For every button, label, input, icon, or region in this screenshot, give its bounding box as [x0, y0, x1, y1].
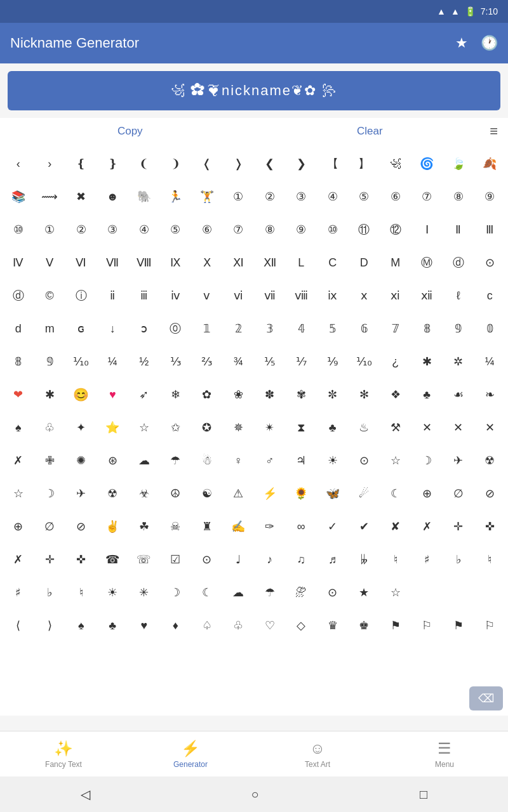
symbol-cell[interactable]: ❩: [160, 147, 192, 180]
symbol-cell[interactable]: ❴: [65, 147, 97, 180]
symbol-cell[interactable]: ♣: [411, 378, 443, 411]
symbol-cell[interactable]: ɢ: [65, 312, 97, 345]
symbol-cell[interactable]: ☂: [160, 444, 192, 477]
symbol-cell[interactable]: Ⅻ: [254, 246, 286, 279]
symbol-cell[interactable]: ③: [286, 180, 318, 213]
symbol-cell[interactable]: ④: [317, 180, 349, 213]
symbol-cell[interactable]: 𝟠: [411, 312, 443, 345]
symbol-cell[interactable]: ⓓ: [443, 246, 474, 279]
symbol-cell[interactable]: ✾: [286, 378, 318, 411]
symbol-cell[interactable]: ❖: [380, 378, 411, 411]
symbol-cell[interactable]: ¿: [380, 345, 411, 378]
symbol-cell[interactable]: ⊙: [191, 543, 223, 576]
symbol-cell[interactable]: 🍃: [443, 147, 474, 180]
symbol-cell[interactable]: ♫: [286, 543, 318, 576]
symbol-cell[interactable]: ⟿: [34, 180, 66, 213]
symbol-cell[interactable]: ©: [34, 279, 66, 312]
symbol-cell[interactable]: 🏃: [160, 180, 192, 213]
symbol-cell[interactable]: 𝟡: [443, 312, 474, 345]
symbol-cell[interactable]: ✌: [97, 510, 129, 543]
symbol-cell[interactable]: ✖: [65, 180, 97, 213]
symbol-cell[interactable]: ⊛: [97, 444, 129, 477]
symbol-cell[interactable]: ✱: [411, 345, 443, 378]
symbol-cell[interactable]: ⓪: [160, 312, 192, 345]
symbol-cell[interactable]: ✍: [223, 510, 255, 543]
symbol-cell[interactable]: ⚑: [443, 609, 474, 642]
symbol-cell[interactable]: ✕: [474, 411, 506, 444]
symbol-cell[interactable]: ⑦: [223, 213, 255, 246]
symbol-cell[interactable]: ꧁: [380, 147, 411, 180]
symbol-cell[interactable]: ☘: [128, 510, 160, 543]
symbol-cell[interactable]: ✔: [349, 510, 380, 543]
symbol-cell[interactable]: ✱: [34, 378, 66, 411]
symbol-cell[interactable]: ☂: [254, 576, 286, 609]
symbol-cell[interactable]: ⑤: [160, 213, 192, 246]
symbol-cell[interactable]: ☆: [128, 411, 160, 444]
symbol-cell[interactable]: ☎: [97, 543, 129, 576]
symbol-cell[interactable]: ☁: [128, 444, 160, 477]
symbol-cell[interactable]: 📚: [3, 180, 34, 213]
symbol-cell[interactable]: ⊙: [317, 576, 349, 609]
symbol-cell[interactable]: ⅺ: [380, 279, 411, 312]
symbol-cell[interactable]: ◇: [286, 609, 318, 642]
symbol-cell[interactable]: 𝟞: [349, 312, 380, 345]
symbol-cell[interactable]: Ⅷ: [128, 246, 160, 279]
symbol-cell[interactable]: ⑪: [349, 213, 380, 246]
symbol-cell[interactable]: ☏: [128, 543, 160, 576]
symbol-cell[interactable]: ♭: [34, 576, 66, 609]
symbol-cell[interactable]: ④: [128, 213, 160, 246]
symbol-cell[interactable]: ✪: [191, 411, 223, 444]
symbol-cell[interactable]: ❬: [191, 147, 223, 180]
symbol-cell[interactable]: D: [349, 246, 380, 279]
symbol-cell[interactable]: ✓: [317, 510, 349, 543]
symbol-cell[interactable]: ❭: [223, 147, 255, 180]
symbol-cell[interactable]: ⑨: [286, 213, 318, 246]
symbol-cell[interactable]: ∞: [286, 510, 318, 543]
symbol-cell[interactable]: Ⅶ: [97, 246, 129, 279]
symbol-cell[interactable]: ⊙: [474, 246, 506, 279]
symbol-cell[interactable]: ✩: [160, 411, 192, 444]
symbol-cell[interactable]: ♦: [160, 609, 192, 642]
symbol-cell[interactable]: ②: [65, 213, 97, 246]
symbol-cell[interactable]: ⅱ: [97, 279, 129, 312]
symbol-cell[interactable]: Ⅵ: [65, 246, 97, 279]
symbol-cell[interactable]: L: [286, 246, 318, 279]
symbol-cell[interactable]: ⚐: [474, 609, 506, 642]
symbol-cell[interactable]: ①: [34, 213, 66, 246]
symbol-cell[interactable]: ♭: [443, 543, 474, 576]
symbol-cell[interactable]: M: [380, 246, 411, 279]
symbol-cell[interactable]: 𝟟: [380, 312, 411, 345]
symbol-cell[interactable]: ☾: [191, 576, 223, 609]
symbol-cell[interactable]: ☑: [160, 543, 192, 576]
symbol-cell[interactable]: 𝟘: [474, 312, 506, 345]
symbol-cell[interactable]: ⚡: [254, 477, 286, 510]
symbol-cell[interactable]: ⑧: [254, 213, 286, 246]
symbol-cell[interactable]: ♡: [254, 609, 286, 642]
symbol-cell[interactable]: c: [474, 279, 506, 312]
symbol-cell[interactable]: ½: [128, 345, 160, 378]
symbol-cell[interactable]: ♂: [254, 444, 286, 477]
symbol-cell[interactable]: ✦: [65, 411, 97, 444]
symbol-cell[interactable]: ☢: [97, 477, 129, 510]
symbol-cell[interactable]: ♛: [317, 609, 349, 642]
symbol-cell[interactable]: ♯: [411, 543, 443, 576]
symbol-cell[interactable]: ⟩: [34, 609, 66, 642]
symbol-cell[interactable]: ⚠: [223, 477, 255, 510]
symbol-cell[interactable]: Ⅲ: [474, 213, 506, 246]
symbol-cell[interactable]: ♠: [65, 609, 97, 642]
symbol-cell[interactable]: ⑫: [380, 213, 411, 246]
symbol-cell[interactable]: ⅶ: [254, 279, 286, 312]
symbol-cell[interactable]: ♜: [191, 510, 223, 543]
symbol-cell[interactable]: ❧: [474, 378, 506, 411]
symbol-cell[interactable]: Ⅰ: [411, 213, 443, 246]
symbol-cell[interactable]: ♣: [97, 609, 129, 642]
symbol-cell[interactable]: ☽: [34, 477, 66, 510]
symbol-cell[interactable]: ✿: [191, 378, 223, 411]
symbol-cell[interactable]: ✙: [34, 444, 66, 477]
symbol-cell[interactable]: ♥: [97, 378, 129, 411]
symbol-cell[interactable]: ✗: [3, 444, 34, 477]
symbol-cell[interactable]: ♬: [317, 543, 349, 576]
symbol-cell[interactable]: ☾: [380, 477, 411, 510]
symbol-cell[interactable]: ✈: [65, 477, 97, 510]
symbol-cell[interactable]: ✵: [223, 411, 255, 444]
